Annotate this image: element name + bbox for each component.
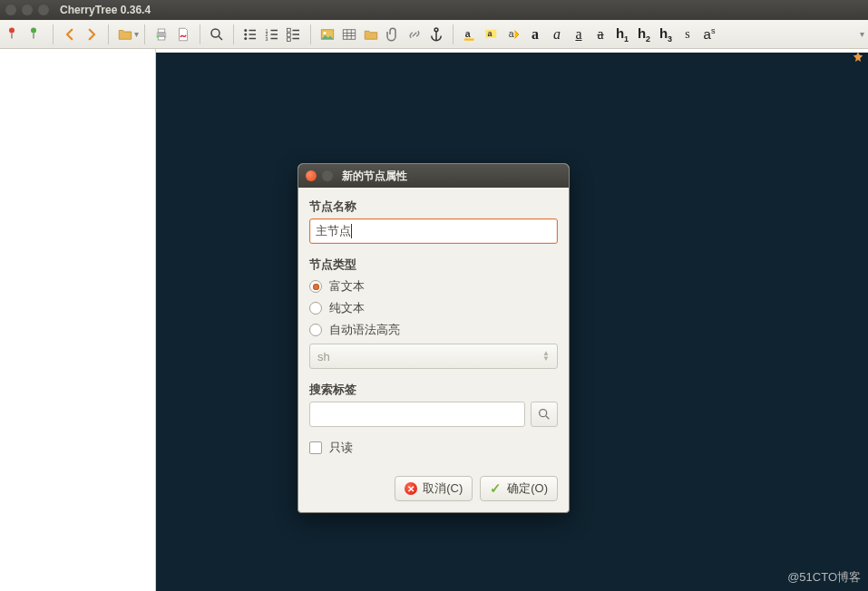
svg-point-10	[244, 37, 247, 40]
node-type-rich-label: 富文本	[329, 278, 365, 295]
node-add-red-icon[interactable]	[4, 24, 25, 45]
check-icon: ✓	[490, 480, 502, 497]
radio-icon	[309, 302, 322, 315]
search-tags-input[interactable]	[309, 402, 525, 427]
ok-button[interactable]: ✓ 确定(O)	[480, 476, 558, 501]
format-color-button[interactable]: a	[459, 24, 481, 45]
insert-table-button[interactable]	[338, 24, 360, 45]
svg-text:3: 3	[266, 35, 268, 41]
format-clear-button[interactable]: a	[502, 24, 524, 45]
heading1-button[interactable]: h1	[611, 24, 633, 45]
heading2-button[interactable]: h2	[633, 24, 655, 45]
window-close-icon[interactable]	[5, 5, 16, 15]
svg-point-0	[9, 27, 15, 33]
toolbar-separator	[453, 24, 454, 44]
readonly-label: 只读	[329, 440, 353, 456]
svg-text:a: a	[465, 28, 471, 39]
dialog-minimize-icon[interactable]	[322, 170, 333, 181]
search-tags-label: 搜索标签	[309, 382, 558, 398]
svg-point-26	[540, 410, 547, 417]
window-maximize-icon[interactable]	[38, 5, 49, 15]
toolbar-separator	[53, 24, 54, 44]
format-bold-button[interactable]: a	[524, 24, 546, 45]
tree-sidebar[interactable]	[0, 49, 156, 591]
list-numbered-button[interactable]: 123	[261, 24, 283, 45]
dialog-titlebar[interactable]: 新的节点属性	[298, 164, 569, 188]
chevron-updown-icon: ▲▼	[542, 351, 550, 362]
watermark: @51CTO博客	[787, 569, 861, 586]
svg-point-18	[324, 32, 327, 34]
node-type-auto-label: 自动语法高亮	[329, 322, 400, 338]
svg-text:a: a	[509, 28, 514, 39]
node-name-label: 节点名称	[309, 199, 558, 215]
node-type-plain-option[interactable]: 纯文本	[309, 300, 558, 316]
cancel-button[interactable]: ✕ 取消(C)	[395, 476, 473, 501]
list-bulleted-button[interactable]	[239, 24, 261, 45]
syntax-combo-value: sh	[317, 350, 330, 363]
insert-image-button[interactable]	[317, 24, 338, 45]
dialog-close-icon[interactable]	[306, 170, 317, 181]
open-folder-button[interactable]	[114, 24, 136, 45]
search-tags-button[interactable]	[531, 402, 558, 427]
nav-forward-button[interactable]	[81, 24, 102, 45]
toolbar-separator	[144, 24, 145, 44]
insert-anchor-button[interactable]	[425, 24, 447, 45]
svg-point-1	[31, 27, 36, 33]
search-button[interactable]	[206, 24, 228, 45]
svg-point-8	[244, 29, 247, 32]
nav-back-button[interactable]	[59, 24, 81, 45]
node-name-input[interactable]: 主节点	[309, 218, 558, 244]
toolbar-separator	[310, 24, 311, 44]
svg-rect-14	[288, 28, 291, 32]
svg-rect-19	[343, 29, 356, 39]
toolbar-separator	[200, 24, 200, 44]
format-small-button[interactable]: s	[677, 24, 698, 45]
new-node-dialog: 新的节点属性 节点名称 主节点 节点类型 富文本 纯文本 自动语法高亮 sh ▲…	[297, 163, 570, 513]
format-highlight-button[interactable]: a	[481, 24, 502, 45]
svg-point-9	[244, 33, 247, 35]
window-title: CherryTree 0.36.4	[60, 4, 151, 16]
toolbar-overflow-icon[interactable]: ▾	[860, 29, 864, 39]
node-type-rich-option[interactable]: 富文本	[309, 278, 558, 295]
ok-button-label: 确定(O)	[507, 480, 548, 497]
cancel-button-label: 取消(C)	[423, 480, 463, 497]
open-folder-dropdown-icon[interactable]: ▾	[134, 29, 139, 39]
dialog-title: 新的节点属性	[342, 169, 407, 184]
pin-icon[interactable]	[852, 51, 864, 63]
radio-icon	[309, 324, 322, 336]
syntax-combo[interactable]: sh ▲▼	[309, 344, 558, 369]
format-superscript-button[interactable]: as	[698, 24, 720, 45]
checkbox-icon	[309, 441, 322, 454]
heading3-button[interactable]: h3	[655, 24, 677, 45]
toolbar-separator	[233, 24, 234, 44]
dialog-body: 节点名称 主节点 节点类型 富文本 纯文本 自动语法高亮 sh ▲▼ 搜索标签	[298, 188, 569, 512]
svg-rect-15	[288, 33, 291, 36]
node-type-plain-label: 纯文本	[329, 300, 365, 316]
node-type-auto-option[interactable]: 自动语法高亮	[309, 322, 558, 338]
format-underline-button[interactable]: a	[568, 24, 590, 45]
node-type-label: 节点类型	[309, 257, 558, 273]
window-minimize-icon[interactable]	[22, 5, 33, 15]
node-add-green-icon[interactable]	[25, 24, 47, 45]
svg-rect-22	[464, 38, 474, 40]
list-todo-button[interactable]	[283, 24, 305, 45]
format-strike-button[interactable]: a	[590, 24, 611, 45]
readonly-checkbox-row[interactable]: 只读	[309, 440, 558, 456]
insert-codebox-button[interactable]	[360, 24, 382, 45]
search-icon	[537, 407, 551, 421]
svg-point-20	[434, 27, 438, 31]
print-button[interactable]	[151, 24, 172, 45]
svg-rect-16	[288, 37, 291, 41]
svg-rect-6	[157, 35, 159, 37]
svg-point-7	[211, 29, 219, 37]
insert-file-button[interactable]	[382, 24, 404, 45]
svg-rect-3	[158, 29, 165, 33]
toolbar-separator	[108, 24, 109, 44]
export-pdf-button[interactable]	[172, 24, 194, 45]
node-name-value: 主节点	[316, 223, 351, 239]
insert-link-button[interactable]	[404, 24, 425, 45]
cancel-icon: ✕	[405, 482, 417, 495]
format-italic-button[interactable]: a	[546, 24, 568, 45]
window-titlebar: CherryTree 0.36.4	[0, 0, 868, 20]
svg-rect-4	[158, 36, 165, 40]
